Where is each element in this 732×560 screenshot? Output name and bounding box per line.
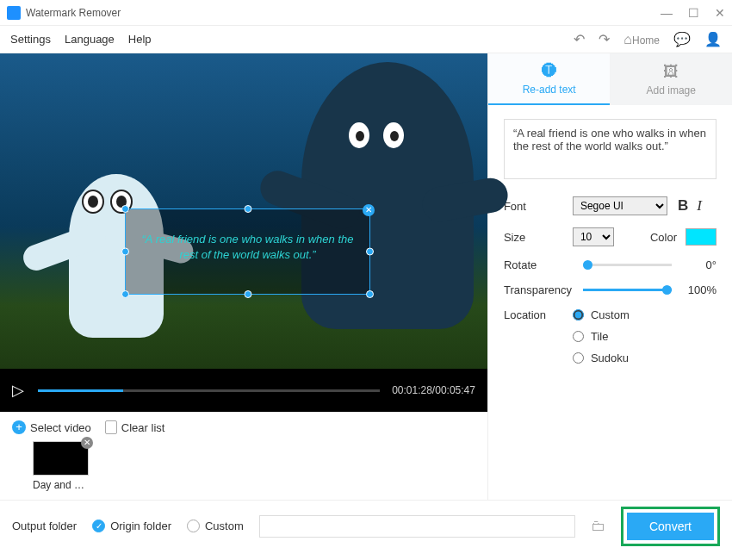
color-label: Color [650, 231, 677, 244]
size-label: Size [504, 231, 573, 244]
transparency-slider[interactable] [583, 289, 672, 291]
origin-folder-radio[interactable]: Origin folder [92, 520, 171, 532]
app-logo [7, 6, 21, 20]
redo-icon[interactable]: ↷ [599, 31, 610, 47]
maximize-button[interactable]: ☐ [688, 6, 699, 20]
italic-button[interactable]: I [697, 197, 702, 215]
tab-readd-text[interactable]: 🅣 Re-add text [488, 53, 611, 105]
thumb-label: Day and N... [33, 479, 89, 491]
time-display: 00:01:28/00:05:47 [392, 384, 475, 396]
text-icon: 🅣 [542, 62, 557, 80]
output-folder-label: Output folder [12, 520, 77, 532]
font-label: Font [504, 200, 573, 213]
size-select[interactable]: 10 [573, 227, 614, 246]
select-video-button[interactable]: +Select video [12, 420, 91, 434]
clear-list-button[interactable]: Clear list [105, 420, 165, 434]
account-icon[interactable]: 👤 [704, 31, 722, 47]
rotate-label: Rotate [504, 258, 573, 271]
custom-folder-radio[interactable]: Custom [187, 520, 244, 532]
text-overlay-selection[interactable]: “A real friend is one who walks in when … [125, 208, 370, 295]
menu-help[interactable]: Help [128, 33, 152, 46]
feedback-icon[interactable]: 💬 [673, 31, 691, 47]
rotate-slider[interactable] [583, 264, 672, 266]
overlay-text: “A real friend is one who walks in when … [126, 209, 369, 263]
image-icon: 🖼 [663, 63, 679, 81]
video-thumbnail[interactable]: ✕ Day and N... [33, 441, 89, 491]
home-button[interactable]: ⌂Home [623, 32, 660, 47]
overlay-close-icon[interactable]: ✕ [363, 204, 375, 216]
remove-thumb-icon[interactable]: ✕ [81, 437, 93, 449]
location-custom-radio[interactable]: Custom [573, 308, 630, 321]
bold-button[interactable]: B [678, 197, 688, 215]
window-title: Watermark Remover [26, 7, 661, 19]
close-button[interactable]: ✕ [715, 6, 725, 20]
minimize-button[interactable]: — [661, 6, 673, 20]
output-path-input[interactable] [259, 515, 575, 538]
menu-language[interactable]: Language [65, 33, 115, 46]
play-button[interactable]: ▷ [12, 381, 24, 400]
tab-add-image[interactable]: 🖼 Add image [610, 53, 732, 105]
watermark-text-input[interactable]: “A real friend is one who walks in when … [504, 119, 716, 179]
transparency-label: Transparency [504, 283, 573, 296]
seek-slider[interactable] [38, 389, 380, 392]
rotate-value: 0° [682, 258, 716, 271]
browse-folder-icon[interactable]: 🗀 [591, 518, 605, 535]
location-tile-radio[interactable]: Tile [573, 330, 630, 343]
convert-button[interactable]: Convert [627, 513, 714, 540]
video-preview[interactable]: “A real friend is one who walks in when … [0, 53, 487, 369]
transparency-value: 100% [682, 283, 716, 296]
location-label: Location [504, 308, 573, 321]
color-swatch[interactable] [685, 228, 716, 246]
menu-settings[interactable]: Settings [10, 33, 51, 46]
undo-icon[interactable]: ↶ [574, 31, 585, 47]
font-select[interactable]: Segoe UI [573, 196, 667, 215]
location-sudoku-radio[interactable]: Sudoku [573, 352, 630, 364]
